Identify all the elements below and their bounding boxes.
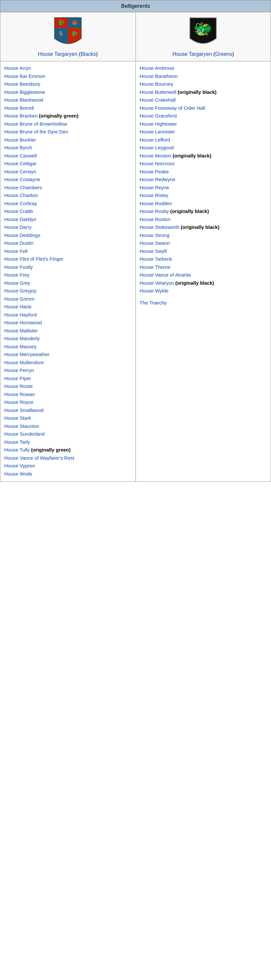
house-link[interactable]: House Swyft	[140, 248, 167, 254]
qualifier-text: (originally green)	[38, 113, 79, 118]
house-link[interactable]: House Vance of Wayfarer's Rest	[4, 455, 74, 461]
house-link[interactable]: House Byrch	[4, 145, 32, 150]
list-item: House Manderly	[4, 335, 132, 342]
house-link[interactable]: House Perryn	[4, 368, 34, 373]
house-link[interactable]: House Mallister	[4, 328, 38, 333]
greens-targaryen-link[interactable]: House Targaryen	[172, 51, 212, 57]
house-link[interactable]: House Bigglestone	[4, 89, 45, 95]
house-link[interactable]: House Beesbury	[4, 81, 40, 87]
house-link[interactable]: House Piper	[4, 375, 31, 381]
list-item: House Fell	[4, 248, 132, 255]
house-link[interactable]: House Celtigar	[4, 161, 37, 166]
house-link[interactable]: House Baratheon	[140, 73, 178, 79]
house-link[interactable]: House Butterwell	[140, 89, 177, 95]
house-link[interactable]: House Brune of the Dyre Den	[4, 129, 68, 134]
house-link[interactable]: House Norcross	[140, 161, 175, 166]
house-link[interactable]: House Charlton	[4, 192, 38, 198]
house-link[interactable]: House Bar Emmon	[4, 73, 46, 79]
house-link[interactable]: House Vypren	[4, 463, 35, 468]
list-item: House Swyft	[140, 248, 267, 255]
list-item: House Staunton	[4, 423, 132, 430]
house-link[interactable]: House Darry	[4, 224, 32, 230]
house-link[interactable]: House Corbray	[4, 200, 37, 206]
house-link[interactable]: House Harte	[4, 304, 32, 309]
house-link[interactable]: House Manderly	[4, 336, 40, 341]
house-link[interactable]: House Arryn	[4, 65, 31, 71]
house-link[interactable]: House Chambers	[4, 185, 42, 190]
house-link[interactable]: House Wode	[4, 471, 32, 477]
house-link[interactable]: House Ambrose	[140, 65, 174, 71]
house-link[interactable]: House Fell	[4, 248, 28, 254]
blacks-targaryen-link[interactable]: House Targaryen	[38, 51, 78, 57]
house-link[interactable]: House Buckler	[4, 137, 36, 143]
house-link[interactable]: House Tully	[4, 447, 30, 452]
house-link[interactable]: House Tarbeck	[140, 256, 172, 262]
house-link[interactable]: House Lefford	[140, 137, 170, 143]
house-link[interactable]: House Leygood	[140, 145, 174, 150]
house-link[interactable]: House Grimm	[4, 296, 34, 302]
house-link[interactable]: House Peake	[140, 169, 169, 174]
list-item: House Bracken (originally green)	[4, 112, 132, 120]
house-link[interactable]: House Hornwood	[4, 320, 42, 325]
list-item: House Vypren	[4, 462, 132, 470]
house-link[interactable]: House Redwyne	[140, 177, 175, 182]
house-link[interactable]: House Rodden	[140, 200, 172, 206]
house-link[interactable]: House Frey	[4, 272, 30, 278]
house-link[interactable]: House Mooton	[140, 153, 172, 158]
house-link[interactable]: House Risley	[140, 192, 168, 198]
house-link[interactable]: House Hayford	[4, 312, 37, 317]
list-item: House Wylde	[140, 287, 267, 295]
house-link[interactable]: House Brune of Brownhollow	[4, 121, 67, 127]
house-link[interactable]: House Lannister	[140, 129, 175, 134]
house-link[interactable]: House Footly	[4, 264, 33, 270]
house-link[interactable]: House Dustin	[4, 240, 33, 246]
house-link[interactable]: House Vance of Atranta	[140, 272, 191, 278]
house-link[interactable]: House Merryweather	[4, 352, 49, 357]
list-item: House Costayne	[4, 176, 132, 183]
house-link[interactable]: House Reyne	[140, 185, 169, 190]
house-link[interactable]: House Blackwood	[4, 97, 43, 103]
house-link[interactable]: House Staunton	[4, 423, 39, 429]
list-item: House Redwyne	[140, 176, 267, 183]
house-link[interactable]: House Caswell	[4, 153, 37, 158]
house-link[interactable]: House Stokeworth	[140, 224, 180, 230]
house-link[interactable]: House Borrell	[4, 105, 34, 111]
house-link[interactable]: House Stark	[4, 415, 31, 421]
house-link[interactable]: House Rosby	[140, 208, 169, 214]
list-item: House Bigglestone	[4, 89, 132, 96]
house-link[interactable]: House Swann	[140, 240, 170, 246]
house-link[interactable]: House Flint of Flint's Finger	[4, 256, 63, 262]
house-link[interactable]: House Bracken	[4, 113, 38, 118]
blacks-qualifier-link[interactable]: Blacks	[81, 51, 96, 57]
house-link[interactable]: House Massey	[4, 344, 37, 349]
house-link[interactable]: House Velaryon	[140, 280, 174, 286]
blacks-house-list: House ArrynHouse Bar EmmonHouse Beesbury…	[4, 65, 132, 477]
house-link[interactable]: House Deddings	[4, 232, 40, 238]
house-link[interactable]: House Roote	[4, 383, 33, 389]
house-link[interactable]: House Hightower	[140, 121, 177, 127]
house-link[interactable]: House Graceford	[140, 113, 177, 118]
house-link[interactable]: House Royce	[4, 399, 33, 405]
house-link[interactable]: House Sunderland	[4, 431, 45, 437]
list-item: House Reyne	[140, 184, 267, 191]
house-link[interactable]: House Bourney	[140, 81, 173, 87]
house-link[interactable]: House Rowan	[4, 391, 35, 397]
house-link[interactable]: House Strong	[140, 232, 170, 238]
house-link[interactable]: House Fossoway of Cider Hall	[140, 105, 206, 111]
list-item: House Rowan	[4, 391, 132, 398]
house-link[interactable]: House Darklyn	[4, 216, 36, 222]
house-link[interactable]: House Cerwyn	[4, 169, 36, 174]
house-link[interactable]: House Crakehall	[140, 97, 176, 103]
house-link[interactable]: House Costayne	[4, 177, 40, 182]
house-link[interactable]: House Grey	[4, 280, 30, 286]
house-link[interactable]: House Roxton	[140, 216, 171, 222]
house-link[interactable]: House Tarly	[4, 439, 30, 445]
greens-qualifier-link[interactable]: Greens	[215, 51, 232, 57]
house-link[interactable]: House Thorne	[140, 264, 171, 270]
house-link[interactable]: House Wylde	[140, 288, 169, 293]
house-link[interactable]: House Mullendore	[4, 360, 44, 365]
house-link[interactable]: House Greyjoy	[4, 288, 37, 293]
house-link[interactable]: House Crabb	[4, 208, 33, 214]
triarchy-link[interactable]: The Triarchy	[140, 300, 167, 305]
house-link[interactable]: House Smallwood	[4, 407, 43, 413]
